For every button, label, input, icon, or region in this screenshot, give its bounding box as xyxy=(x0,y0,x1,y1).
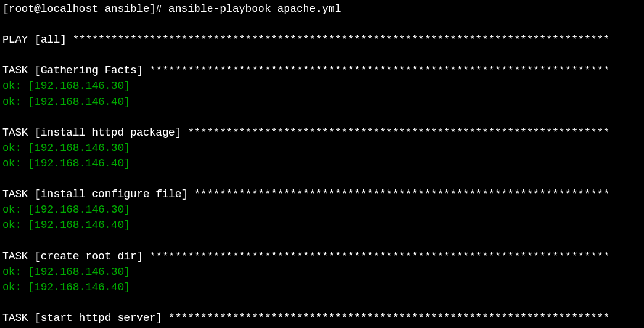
blank-line xyxy=(2,233,642,248)
task-header: TASK [start httpd server] xyxy=(2,312,169,324)
task-header-line: TASK [install httpd package] ***********… xyxy=(2,125,642,140)
blank-line xyxy=(2,171,642,186)
blank-line xyxy=(2,295,642,310)
task-result-ok: ok: [192.168.146.30] xyxy=(2,264,642,279)
blank-line xyxy=(2,110,642,125)
task-result-ok: ok: [192.168.146.30] xyxy=(2,202,642,217)
task-header: TASK [install configure file] xyxy=(2,188,194,200)
blank-line xyxy=(2,17,642,32)
task-stars: ****************************************… xyxy=(149,250,610,262)
task-result-ok: ok: [192.168.146.40] xyxy=(2,279,642,295)
task-result-ok: ok: [192.168.146.30] xyxy=(2,140,642,156)
task-header: TASK [install httpd package] xyxy=(2,127,188,139)
task-stars: ****************************************… xyxy=(149,65,610,76)
prompt-prefix: [root@localhost ansible]# xyxy=(2,3,169,15)
task-result-ok: ok: [192.168.146.30] xyxy=(2,78,642,94)
task-stars: ****************************************… xyxy=(188,127,610,139)
task-header-line: TASK [install configure file] **********… xyxy=(2,186,642,202)
task-header: TASK [create root dir] xyxy=(2,250,149,262)
blank-line xyxy=(2,47,642,63)
task-result-ok: ok: [192.168.146.40] xyxy=(2,94,642,110)
command-prompt-line: [root@localhost ansible]# ansible-playbo… xyxy=(2,1,642,17)
task-header-line: TASK [Gathering Facts] *****************… xyxy=(2,63,642,78)
task-result-ok: ok: [192.168.146.40] xyxy=(2,156,642,171)
play-header-line: PLAY [all] *****************************… xyxy=(2,32,642,47)
task-stars: ****************************************… xyxy=(169,312,610,324)
task-header-line: TASK [create root dir] *****************… xyxy=(2,249,642,264)
command-text: ansible-playbook apache.yml xyxy=(169,3,342,15)
play-stars: ****************************************… xyxy=(73,34,610,46)
task-header: TASK [Gathering Facts] xyxy=(2,65,149,76)
task-result-ok: ok: [192.168.146.40] xyxy=(2,217,642,233)
task-header-line: TASK [start httpd server] **************… xyxy=(2,310,642,326)
play-header: PLAY [all] xyxy=(2,34,73,46)
task-stars: ****************************************… xyxy=(194,188,610,200)
